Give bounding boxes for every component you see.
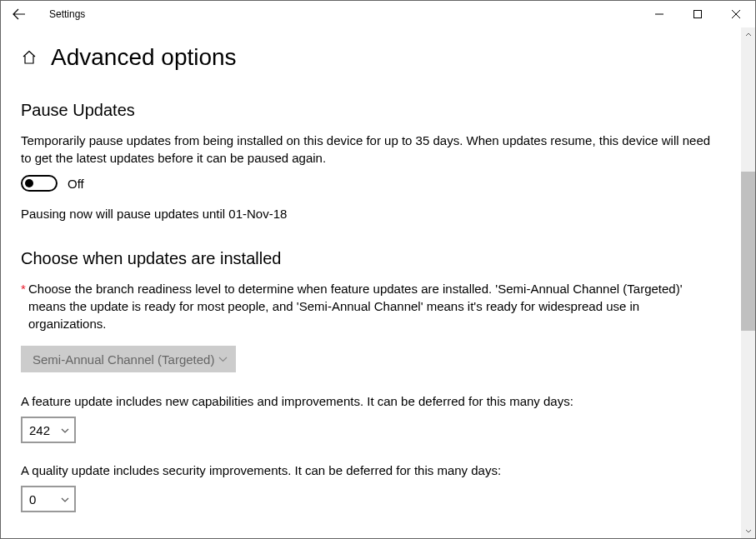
window-title: Settings (49, 8, 85, 20)
home-icon[interactable] (21, 49, 38, 66)
chevron-down-icon (745, 529, 752, 533)
scroll-thumb[interactable] (741, 172, 755, 331)
close-icon (732, 10, 740, 18)
chevron-down-icon (61, 424, 69, 436)
back-arrow-icon (13, 7, 26, 21)
pause-toggle-row: Off (21, 175, 735, 192)
maximize-icon (693, 10, 702, 18)
defer-quality-combo[interactable]: 0 (21, 486, 76, 512)
maximize-button[interactable] (678, 1, 717, 27)
branch-readiness-combo[interactable]: Semi-Annual Channel (Targeted) (21, 346, 236, 372)
close-button[interactable] (717, 1, 755, 27)
pause-until-text: Pausing now will pause updates until 01-… (21, 207, 735, 221)
branch-section-title: Choose when updates are installed (21, 249, 735, 268)
scroll-up-button[interactable] (741, 27, 755, 42)
branch-description-wrap: * Choose the branch readiness level to d… (21, 280, 729, 332)
defer-feature-description: A feature update includes new capabiliti… (21, 394, 735, 408)
chevron-down-icon (61, 493, 69, 505)
pause-toggle-state: Off (68, 177, 84, 191)
scrollbar[interactable] (741, 27, 755, 538)
chevron-down-icon (218, 353, 228, 365)
pause-toggle[interactable] (21, 175, 58, 192)
defer-quality-description: A quality update includes security impro… (21, 463, 735, 477)
chevron-up-icon (745, 32, 752, 37)
svg-rect-0 (694, 11, 702, 18)
branch-description: Choose the branch readiness level to det… (28, 282, 683, 331)
branch-readiness-selected: Semi-Annual Channel (Targeted) (33, 352, 214, 367)
page-title: Advanced options (51, 44, 237, 71)
scroll-down-button[interactable] (741, 524, 755, 538)
minimize-button[interactable] (640, 1, 678, 27)
page-header: Advanced options (21, 44, 735, 71)
pause-section-title: Pause Updates (21, 101, 735, 120)
policy-asterisk-icon: * (21, 280, 26, 297)
defer-feature-value: 242 (29, 423, 50, 437)
defer-quality-value: 0 (29, 492, 36, 507)
back-button[interactable] (1, 1, 38, 27)
content-area: Advanced options Pause Updates Temporari… (1, 27, 755, 538)
minimize-icon (655, 10, 663, 18)
titlebar: Settings (1, 1, 755, 27)
scroll-track[interactable] (741, 42, 755, 524)
defer-feature-combo[interactable]: 242 (21, 417, 76, 443)
pause-description: Temporarily pause updates from being ins… (21, 132, 729, 167)
toggle-knob (25, 179, 33, 187)
